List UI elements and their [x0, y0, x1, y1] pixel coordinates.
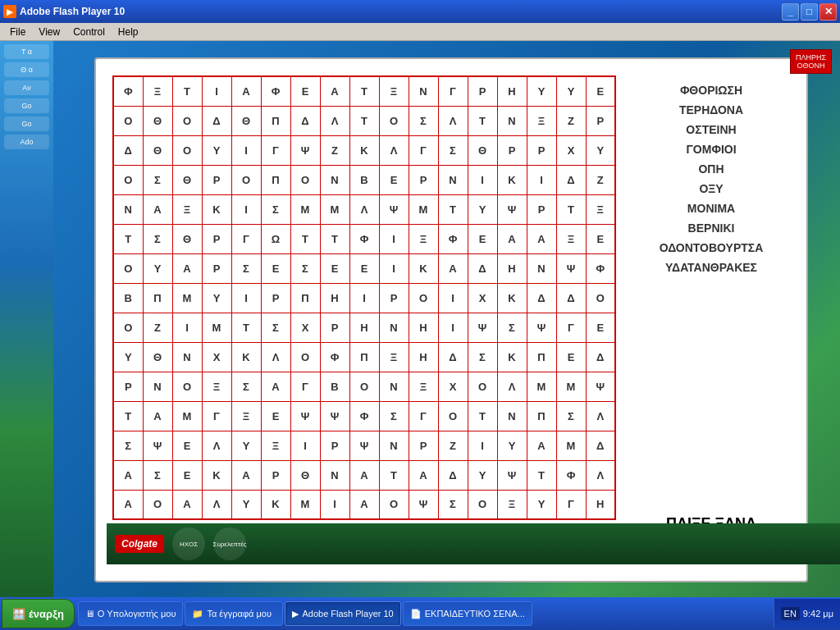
grid-cell[interactable]: Ο [231, 165, 261, 194]
grid-cell[interactable]: Α [143, 401, 172, 431]
grid-cell[interactable]: Υ [231, 431, 261, 460]
grid-cell[interactable]: Σ [261, 313, 290, 342]
grid-cell[interactable]: Ο [113, 253, 143, 283]
grid-cell[interactable]: Ο [290, 165, 320, 194]
grid-cell[interactable]: Κ [202, 194, 231, 224]
grid-cell[interactable]: Ξ [497, 490, 527, 519]
grid-cell[interactable]: Ψ [349, 431, 379, 460]
grid-cell[interactable]: Λ [320, 106, 349, 135]
grid-cell[interactable]: Δ [468, 253, 497, 283]
grid-cell[interactable]: Ψ [527, 313, 556, 342]
grid-cell[interactable]: Ο [438, 401, 468, 431]
grid-cell[interactable]: Ι [231, 283, 261, 313]
grid-cell[interactable]: Α [409, 460, 438, 490]
grid-cell[interactable]: Τ [527, 460, 556, 490]
sidebar-item-2[interactable]: Αν [4, 80, 49, 95]
grid-cell[interactable]: Σ [438, 490, 468, 519]
word-item[interactable]: ΜΟΝΙΜΑ [687, 202, 735, 215]
grid-cell[interactable]: Ψ [586, 372, 615, 401]
grid-cell[interactable]: Χ [468, 283, 497, 313]
grid-cell[interactable]: Τ [290, 224, 320, 253]
word-item[interactable]: ΓΟΜΦΙΟΙ [686, 143, 736, 156]
grid-cell[interactable]: Ι [172, 313, 202, 342]
word-item[interactable]: ΥΔΑΤΑΝΘΡΑΚΕΣ [665, 261, 757, 274]
grid-cell[interactable]: Ρ [527, 194, 556, 224]
grid-cell[interactable]: Υ [497, 431, 527, 460]
grid-cell[interactable]: Δ [556, 283, 586, 313]
grid-cell[interactable]: Ρ [202, 165, 231, 194]
grid-cell[interactable]: Σ [379, 401, 409, 431]
grid-cell[interactable]: Ε [172, 431, 202, 460]
grid-cell[interactable]: Ε [468, 224, 497, 253]
grid-cell[interactable]: Α [349, 460, 379, 490]
grid-cell[interactable]: Ν [113, 194, 143, 224]
grid-cell[interactable]: Σ [113, 431, 143, 460]
grid-cell[interactable]: Π [261, 165, 290, 194]
grid-cell[interactable]: Τ [113, 224, 143, 253]
grid-cell[interactable]: Ο [290, 342, 320, 372]
grid-cell[interactable]: Ψ [143, 431, 172, 460]
grid-cell[interactable]: Ξ [409, 372, 438, 401]
grid-cell[interactable]: Λ [349, 194, 379, 224]
grid-cell[interactable]: Β [320, 372, 349, 401]
grid-cell[interactable]: Ο [349, 372, 379, 401]
sidebar-item-5[interactable]: Ado [4, 135, 49, 149]
grid-cell[interactable]: Ρ [379, 283, 409, 313]
grid-cell[interactable]: Δ [527, 283, 556, 313]
grid-cell[interactable]: Ν [320, 460, 349, 490]
close-button[interactable]: ✕ [819, 3, 837, 21]
grid-cell[interactable]: Τ [379, 460, 409, 490]
grid-cell[interactable]: Η [497, 76, 527, 106]
grid-cell[interactable]: Ε [586, 76, 615, 106]
grid-cell[interactable]: Ν [497, 401, 527, 431]
grid-cell[interactable]: Σ [290, 253, 320, 283]
sidebar-item-1[interactable]: Θ α [4, 62, 49, 77]
menu-help[interactable]: Help [112, 25, 145, 39]
grid-cell[interactable]: Φ [261, 76, 290, 106]
grid-cell[interactable]: Ν [409, 76, 438, 106]
grid-cell[interactable]: Ν [379, 372, 409, 401]
grid-cell[interactable]: Ρ [586, 106, 615, 135]
grid-cell[interactable]: Ι [379, 253, 409, 283]
grid-cell[interactable]: Ψ [379, 194, 409, 224]
grid-cell[interactable]: Λ [586, 401, 615, 431]
grid-cell[interactable]: Ψ [290, 135, 320, 165]
grid-cell[interactable]: Α [172, 253, 202, 283]
grid-cell[interactable]: Μ [172, 401, 202, 431]
grid-cell[interactable]: Ο [586, 283, 615, 313]
grid-cell[interactable]: Η [409, 313, 438, 342]
grid-cell[interactable]: Λ [261, 342, 290, 372]
grid-cell[interactable]: Υ [586, 135, 615, 165]
grid-cell[interactable]: Υ [468, 460, 497, 490]
grid-cell[interactable]: Δ [290, 106, 320, 135]
grid-cell[interactable]: Σ [231, 253, 261, 283]
grid-cell[interactable]: Τ [438, 194, 468, 224]
fullscreen-button[interactable]: ΠΛΗΡΗΣΟΘΟΝΗ [790, 49, 832, 74]
grid-cell[interactable]: Α [349, 490, 379, 519]
grid-cell[interactable]: Ζ [320, 135, 349, 165]
grid-cell[interactable]: Α [231, 76, 261, 106]
grid-cell[interactable]: Ι [438, 313, 468, 342]
grid-cell[interactable]: Ε [349, 253, 379, 283]
grid-cell[interactable]: Θ [231, 106, 261, 135]
grid-cell[interactable]: Ξ [409, 224, 438, 253]
sidebar-item-0[interactable]: Τ α [4, 44, 49, 59]
grid-cell[interactable]: Τ [468, 106, 497, 135]
start-button[interactable]: 🪟 έναρξη [2, 599, 75, 628]
grid-cell[interactable]: Π [143, 283, 172, 313]
word-item[interactable]: ΒΕΡΝΙΚΙ [688, 221, 735, 235]
word-item[interactable]: ΟΞΥ [699, 182, 723, 195]
grid-cell[interactable]: Σ [556, 401, 586, 431]
taskbar-item[interactable]: ▶Adobe Flash Player 10 [285, 601, 400, 626]
grid-cell[interactable]: Γ [202, 401, 231, 431]
grid-cell[interactable]: Φ [586, 253, 615, 283]
grid-cell[interactable]: Ρ [527, 135, 556, 165]
taskbar-lang[interactable]: EN [781, 607, 800, 620]
grid-cell[interactable]: Θ [143, 135, 172, 165]
grid-cell[interactable]: Κ [202, 460, 231, 490]
grid-cell[interactable]: Ο [409, 283, 438, 313]
grid-cell[interactable]: Α [497, 224, 527, 253]
grid-cell[interactable]: Ξ [231, 401, 261, 431]
grid-cell[interactable]: Κ [231, 342, 261, 372]
word-item[interactable]: ΟΠΗ [698, 162, 724, 176]
